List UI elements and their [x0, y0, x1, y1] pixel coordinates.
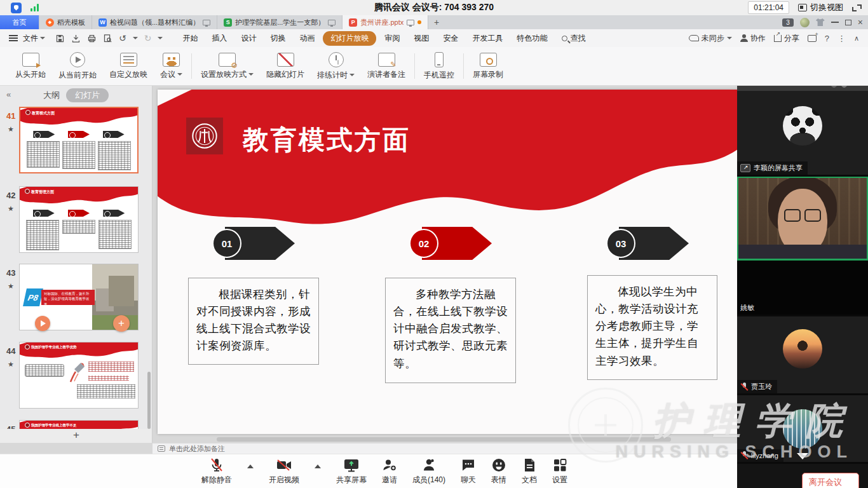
hide-slide-button[interactable]: 隐藏幻灯片: [260, 53, 311, 80]
play-from-current-button[interactable]: 从当前开始: [52, 52, 103, 81]
search-control[interactable]: 查找: [562, 33, 585, 44]
custom-show-button[interactable]: 自定义放映: [103, 53, 154, 80]
sync-status[interactable]: 未同步: [689, 33, 732, 44]
export-icon[interactable]: [71, 34, 81, 43]
slide-thumbnail-44[interactable]: 我国护理学专业线上教学优势: [19, 342, 139, 409]
tab-slideshow[interactable]: 幻灯片放映: [323, 31, 376, 46]
slide-thumbnail-41[interactable]: 教育模式方面: [19, 107, 139, 173]
tab-insert[interactable]: 插入: [206, 31, 233, 46]
mic-muted-icon: [209, 458, 224, 473]
undo-options-caret[interactable]: [133, 37, 138, 39]
undo-icon[interactable]: ↺: [119, 33, 126, 43]
leave-meeting-button[interactable]: 离开会议: [802, 473, 859, 488]
slide-title[interactable]: 教育模式方面: [243, 123, 410, 158]
new-tab-button[interactable]: [428, 15, 445, 29]
tab-home[interactable]: 首页: [0, 15, 39, 29]
start-video-button[interactable]: 开启视频: [269, 458, 299, 485]
tab-view[interactable]: 视图: [408, 31, 435, 46]
fullscreen-icon[interactable]: [852, 3, 862, 13]
collapse-ribbon-icon[interactable]: [854, 34, 859, 43]
main-menu-icon[interactable]: [9, 35, 18, 41]
video-tile-off[interactable]: 姚敏: [737, 261, 868, 316]
share-button[interactable]: 分享: [774, 33, 799, 44]
screen-record-button[interactable]: 屏幕录制: [466, 53, 510, 80]
add-slide-button[interactable]: [0, 429, 153, 443]
settings-button[interactable]: 设置: [552, 458, 567, 485]
switch-view-button[interactable]: 切换视图: [798, 2, 843, 13]
play-animation-button[interactable]: [35, 316, 50, 331]
restore-icon[interactable]: [845, 20, 851, 25]
slide-canvas[interactable]: 教育模式方面 01 02 03 根据课程类别，针对不同授课内容，形成线上线下混合…: [158, 90, 737, 434]
arrow-step-3[interactable]: 03: [606, 227, 689, 260]
tab-transition[interactable]: 切换: [264, 31, 291, 46]
tab-review[interactable]: 审阅: [379, 31, 405, 46]
reactions-button[interactable]: 表情: [491, 458, 506, 485]
rocket-icon: [69, 362, 88, 383]
print-icon[interactable]: [87, 34, 97, 43]
rehearse-timing-button[interactable]: 排练计时: [311, 52, 361, 81]
outline-tab[interactable]: 大纲: [43, 90, 60, 101]
slides-tab[interactable]: 幻灯片: [66, 88, 109, 102]
print-preview-icon[interactable]: [103, 34, 112, 43]
share-screen-button[interactable]: 共享屏幕: [336, 458, 367, 485]
tab-docer[interactable]: 稻壳模板: [39, 15, 92, 29]
tab-design[interactable]: 设计: [235, 31, 262, 46]
more-options-icon[interactable]: [837, 34, 846, 43]
close-icon[interactable]: [858, 17, 863, 27]
tab-animation[interactable]: 动画: [294, 31, 320, 46]
arrow-step-1[interactable]: 01: [212, 227, 295, 260]
mic-options-caret[interactable]: [247, 464, 254, 468]
redo-icon[interactable]: ↻: [144, 33, 152, 43]
camera-options-caret[interactable]: [315, 464, 321, 468]
text-box-3[interactable]: 体现以学生为中心，教学活动设计充分考虑教师主导，学生主体，提升学生自主学习效果。: [587, 275, 717, 380]
text-box-2[interactable]: 多种教学方法融合，在线上线下教学设计中融合启发式教学、研讨式教学、思政元素等。: [385, 278, 516, 383]
meeting-button[interactable]: 会议: [154, 53, 189, 80]
unmute-button[interactable]: 解除静音: [201, 458, 232, 485]
video-tile-speaker[interactable]: 孙宏玉: [737, 177, 868, 261]
new-window-icon[interactable]: [808, 35, 817, 42]
notes-bar[interactable]: 单击此处添加备注: [153, 443, 737, 454]
video-tile-muted[interactable]: 贾玉玲: [737, 316, 868, 395]
tab-devtools[interactable]: 开发工具: [466, 31, 508, 46]
docer-icon: [46, 18, 54, 27]
ppt-file-icon: [349, 18, 357, 27]
chat-button[interactable]: 聊天: [461, 458, 476, 485]
collaborate-button[interactable]: 协作: [740, 33, 766, 44]
play-from-start-icon: [22, 53, 39, 67]
text-box-1[interactable]: 根据课程类别，针对不同授课内容，形成线上线下混合式教学设计案例资源库。: [188, 278, 319, 365]
window-count-badge[interactable]: 3: [782, 18, 794, 27]
scroll-down-icon[interactable]: [797, 453, 808, 459]
account-avatar[interactable]: [800, 18, 810, 27]
collapse-panel-icon[interactable]: [6, 90, 11, 99]
tab-start[interactable]: 开始: [177, 31, 203, 46]
members-button[interactable]: 成员(140): [412, 458, 445, 485]
phone-remote-button[interactable]: 手机遥控: [417, 52, 461, 81]
video-tile-screenshare[interactable]: 李颖的屏幕共享: [737, 91, 868, 177]
slide-canvas-area: 教育模式方面 01 02 03 根据课程类别，针对不同授课内容，形成线上线下混合…: [153, 86, 737, 443]
invite-button[interactable]: 邀请: [382, 458, 397, 485]
new-slide-floating-button[interactable]: [113, 315, 130, 332]
speaker-notes-button[interactable]: 演讲者备注: [361, 53, 412, 80]
sidebar-scrollbar[interactable]: [147, 372, 151, 429]
arrow-step-2[interactable]: 02: [409, 227, 492, 260]
skin-theme-icon[interactable]: [816, 18, 825, 26]
horizontal-scrollbar[interactable]: [217, 437, 671, 442]
slide-thumbnail-42[interactable]: 教育管理方面: [19, 186, 139, 253]
tab-document[interactable]: 检视问题（领...题材料汇编）: [92, 15, 217, 29]
minimize-icon[interactable]: [831, 22, 839, 23]
mic-muted-icon: [740, 451, 748, 460]
play-from-start-button[interactable]: 从头开始: [9, 53, 52, 80]
setup-show-button[interactable]: 设置放映方式: [194, 53, 260, 80]
redo-options-caret[interactable]: [158, 37, 163, 39]
writer-file-icon: [98, 18, 107, 27]
file-menu[interactable]: 文件: [23, 33, 45, 44]
mic-muted-icon: [740, 383, 748, 391]
tab-features[interactable]: 特色功能: [511, 31, 553, 46]
video-tile-muted-2[interactable]: lilyzhang: [737, 395, 868, 464]
tab-security[interactable]: 安全: [437, 31, 464, 46]
tab-spreadsheet[interactable]: 护理学院基层...学生一支部）: [217, 15, 342, 29]
tab-presentation-current[interactable]: 贵州讲座.pptx: [342, 15, 428, 29]
save-icon[interactable]: [55, 34, 65, 43]
docs-button[interactable]: 文档: [522, 458, 537, 485]
help-icon[interactable]: [825, 34, 829, 43]
